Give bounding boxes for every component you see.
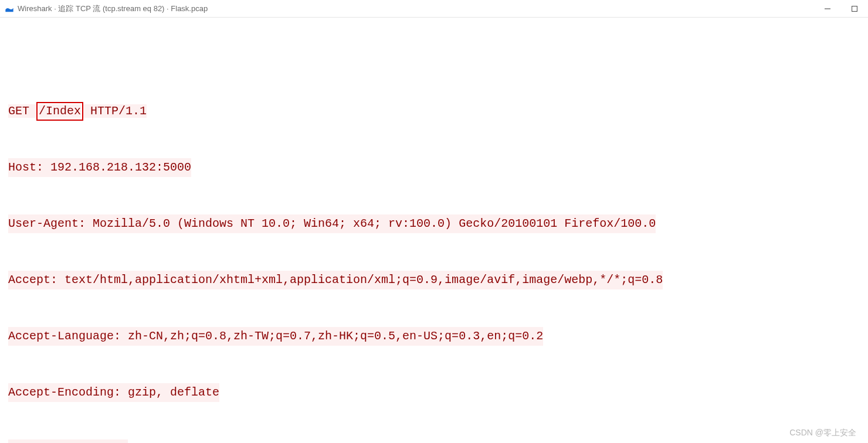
header-accept-language: Accept-Language: zh-CN,zh;q=0.8,zh-TW;q=… [8, 327, 543, 346]
header-host: Host: 192.168.218.132:5000 [8, 158, 191, 177]
titlebar: Wireshark · 追踪 TCP 流 (tcp.stream eq 82) … [0, 0, 868, 18]
request-method: GET [8, 104, 29, 118]
window-subtitle: 追踪 TCP 流 (tcp.stream eq 82) [58, 4, 164, 13]
window-filename: Flask.pcap [171, 4, 208, 13]
header-connection: Connection: close [8, 439, 128, 443]
app-name: Wireshark [18, 4, 52, 13]
maximize-button[interactable] [850, 5, 859, 13]
request-path: /Index [39, 104, 81, 118]
request-protocol: HTTP/1.1 [90, 104, 147, 118]
watermark: CSDN @零上安全 [789, 428, 856, 438]
header-accept: Accept: text/html,application/xhtml+xml,… [8, 271, 663, 289]
svg-rect-1 [852, 6, 857, 11]
header-user-agent: User-Agent: Mozilla/5.0 (Windows NT 10.0… [8, 214, 656, 233]
window-controls [823, 5, 863, 13]
minimize-button[interactable] [823, 5, 832, 13]
header-accept-encoding: Accept-Encoding: gzip, deflate [8, 383, 219, 402]
tcp-stream-content[interactable]: GET /Index HTTP/1.1 Host: 192.168.218.13… [0, 18, 868, 443]
http-request-block: GET /Index HTTP/1.1 Host: 192.168.218.13… [8, 64, 860, 443]
request-path-highlight: /Index [36, 102, 83, 121]
wireshark-icon [5, 4, 14, 13]
window-title: Wireshark · 追踪 TCP 流 (tcp.stream eq 82) … [18, 4, 823, 14]
